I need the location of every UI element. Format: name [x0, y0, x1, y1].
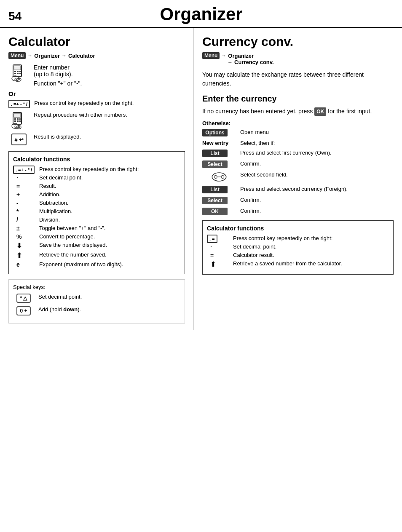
- or-label: Or: [8, 90, 185, 97]
- select-desc-1: Confirm.: [240, 160, 261, 167]
- left-column: Calculator Menu → Organizer → Calculator: [0, 28, 194, 330]
- arrow-icon-1: →: [27, 53, 32, 59]
- svg-point-22: [15, 126, 16, 128]
- svg-rect-13: [14, 113, 21, 118]
- func-row-divide: / Division.: [13, 217, 180, 223]
- page-title: Organizer: [34, 4, 394, 24]
- special-key-zero: 0 +: [13, 306, 34, 315]
- list-badge-2: List: [202, 186, 228, 193]
- special-keys-title: Special keys:: [13, 284, 180, 290]
- func-row-plus: + Addition.: [13, 191, 180, 198]
- arrow-icon-right-1: →: [221, 53, 226, 59]
- svg-point-25: [214, 176, 217, 179]
- svg-point-10: [15, 78, 16, 80]
- currency-row-newentry: New entry Select, then if:: [202, 140, 394, 146]
- svg-rect-2: [14, 71, 16, 72]
- menu-path-right-organizer: Organizer: [228, 53, 254, 59]
- currency-title: Currency conv.: [202, 35, 394, 49]
- control-key-badge-1: . =+ - * /: [8, 100, 30, 108]
- special-key-row-2: 0 + Add (hold down).: [13, 306, 180, 315]
- func-badge-desc: Press control key repeatedly on the righ…: [39, 166, 139, 172]
- currency-row-list-2: List Press and select second currency (F…: [202, 186, 394, 193]
- svg-rect-17: [14, 120, 16, 122]
- list-badge-1: List: [202, 150, 228, 157]
- repeat-row: Repeat procedure with other numbers.: [8, 112, 185, 130]
- functions-table-title: Calculator functions: [13, 156, 180, 163]
- svg-rect-18: [17, 120, 19, 122]
- currency-row-select-1: Select Confirm.: [202, 160, 394, 168]
- list-desc-2: Press and select second currency (Foreig…: [240, 186, 348, 192]
- svg-point-26: [221, 176, 224, 179]
- func-key-badge: . =+ - * /: [13, 166, 35, 174]
- scroll-svg-icon: [211, 171, 228, 182]
- select-desc-2: Confirm.: [240, 197, 261, 203]
- svg-rect-16: [19, 118, 21, 120]
- svg-rect-6: [17, 73, 19, 74]
- menu-badge-right: Menu: [202, 52, 220, 59]
- svg-rect-3: [17, 71, 19, 72]
- keypad-icon-1: [8, 64, 29, 83]
- enter-currency-title: Enter the currency: [202, 94, 394, 104]
- result-icon: # ↩: [8, 134, 29, 145]
- list-desc-1: Press and select first currency (Own).: [240, 150, 332, 156]
- ok-badge: OK: [202, 208, 228, 215]
- svg-rect-15: [17, 118, 19, 120]
- scroll-desc: Select second field.: [240, 171, 288, 178]
- special-key-star: * △: [13, 294, 34, 303]
- intro-row-1: Enter number (up to 8 digits). Function …: [8, 64, 185, 87]
- new-entry-label: New entry: [202, 140, 228, 146]
- right-column: Currency conv. Menu → Organizer → Curren…: [194, 28, 402, 330]
- menu-path-right-currency: Currency conv.: [234, 59, 274, 65]
- result-row: # ↩ Result is displayed.: [8, 134, 185, 145]
- func-row-minus: - Subtraction.: [13, 200, 180, 206]
- right-functions-title: Calculator functions: [207, 225, 389, 232]
- menu-path-calculator: Calculator: [68, 53, 95, 59]
- func-row-exponent: e Exponent (maximum of two digits).: [13, 261, 180, 268]
- func-row-dot: · Set decimal point.: [13, 174, 180, 181]
- func-row-multiply: * Multiplication.: [13, 208, 180, 215]
- special-key-row-1: * △ Set decimal point.: [13, 294, 180, 303]
- right-func-row-equals: = Calculator result.: [207, 252, 389, 259]
- svg-rect-4: [19, 71, 21, 72]
- special-keys-section: Special keys: * △ Set decimal point. 0 +…: [8, 279, 185, 323]
- page-header: 54 Organizer: [0, 0, 402, 28]
- key-badge-row-1: . =+ - * / Press control key repeatedly …: [8, 100, 185, 108]
- func-row-equals: = Result.: [13, 183, 180, 190]
- arrow-icon-right-2: →: [228, 59, 233, 65]
- svg-rect-19: [19, 120, 21, 122]
- result-desc: Result is displayed.: [34, 134, 81, 140]
- intro-text-1: Enter number (up to 8 digits). Function …: [34, 64, 82, 87]
- otherwise-label: Otherwise:: [202, 120, 394, 126]
- func-badge-row: . =+ - * / Press control key repeatedly …: [13, 166, 180, 173]
- content-area: Calculator Menu → Organizer → Calculator: [0, 28, 402, 330]
- options-badge: Options: [202, 129, 228, 136]
- page-number: 54: [8, 10, 21, 23]
- func-row-plusminus: ± Toggle between "+" and "-".: [13, 225, 180, 232]
- right-func-badge-row: . = Press control key repeatedly on the …: [207, 235, 389, 242]
- svg-rect-14: [14, 118, 16, 120]
- right-functions-table: Calculator functions . = Press control k…: [202, 220, 394, 275]
- key-badge-desc-1: Press control key repeatedly on the righ…: [34, 100, 134, 106]
- currency-row-select-2: Select Confirm.: [202, 197, 394, 204]
- enter-currency-text: If no currency has been entered yet, pre…: [202, 107, 394, 116]
- menu-badge-left: Menu: [8, 52, 26, 59]
- select-badge-2: Select: [202, 197, 228, 204]
- svg-rect-1: [14, 66, 21, 70]
- calculator-title: Calculator: [8, 35, 185, 49]
- arrow-icon-2: →: [62, 53, 67, 59]
- right-func-key-badge: . =: [207, 235, 217, 243]
- currency-intro: You may calculate the exchange rates bet…: [202, 70, 394, 88]
- svg-rect-5: [14, 73, 16, 74]
- currency-row-list-1: List Press and select first currency (Ow…: [202, 150, 394, 157]
- svg-point-11: [18, 78, 20, 80]
- ok-desc: Confirm.: [240, 208, 261, 214]
- repeat-desc: Repeat procedure with other numbers.: [34, 112, 127, 118]
- func-row-save: ⬇ Save the number displayed.: [13, 242, 180, 250]
- currency-menu-path: Menu → Organizer → Currency conv.: [202, 52, 394, 65]
- calculator-functions-table: Calculator functions . =+ - * / Press co…: [8, 151, 185, 274]
- keypad-icon-2: [8, 112, 29, 130]
- calculator-menu-path: Menu → Organizer → Calculator: [8, 52, 185, 59]
- select-badge-1: Select: [202, 160, 228, 168]
- svg-point-23: [18, 126, 20, 128]
- func-row-percent: % Convert to percentage.: [13, 233, 180, 240]
